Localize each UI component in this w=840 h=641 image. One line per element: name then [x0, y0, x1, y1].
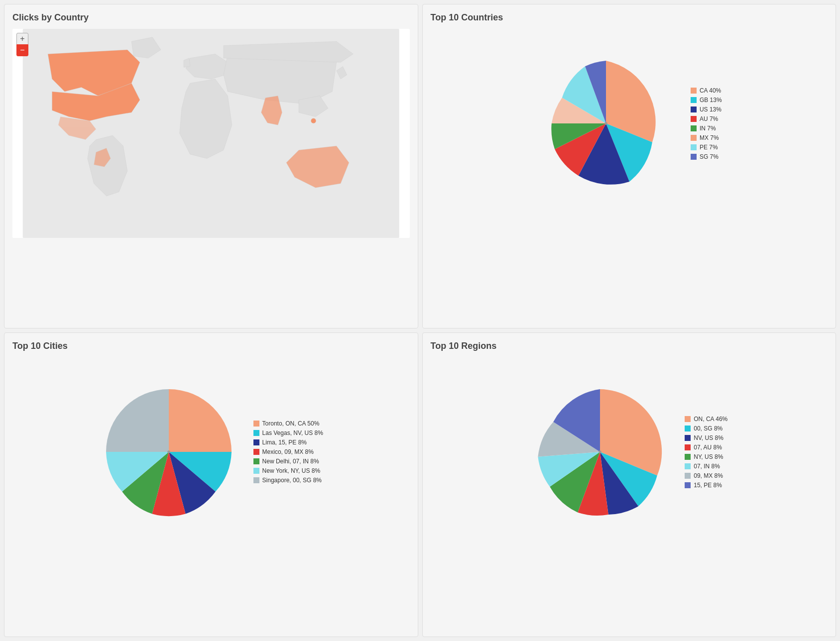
legend-label: 07, IN 8%	[694, 463, 720, 470]
legend-item: Las Vegas, NV, US 8%	[253, 429, 323, 436]
legend-label: Las Vegas, NV, US 8%	[262, 429, 323, 436]
map-zoom-controls: + −	[16, 33, 28, 56]
legend-item: 00, SG 8%	[685, 425, 727, 432]
legend-label: CA 40%	[700, 87, 721, 94]
legend-label: IN 7%	[700, 125, 716, 132]
dashboard-grid: Clicks by Country + −	[0, 0, 840, 641]
legend-item: ON, CA 46%	[685, 416, 727, 423]
legend-swatch	[691, 154, 697, 160]
legend-label: AU 7%	[700, 115, 718, 122]
legend-item: 07, IN 8%	[685, 463, 727, 470]
top10-regions-panel: Top 10 Regions	[422, 332, 837, 637]
legend-item: AU 7%	[691, 115, 722, 122]
legend-swatch	[685, 463, 691, 469]
legend-label: GB 13%	[700, 97, 722, 104]
top10-countries-pie-svg	[536, 54, 676, 193]
legend-label: Mexico, 09, MX 8%	[262, 448, 314, 455]
legend-label: Lima, 15, PE 8%	[262, 439, 307, 446]
top10-countries-panel: Top 10 Countries	[422, 4, 837, 328]
clicks-by-country-title: Clicks by Country	[12, 12, 410, 23]
legend-swatch	[685, 435, 691, 441]
legend-label: ON, CA 46%	[694, 416, 727, 423]
legend-swatch	[253, 421, 259, 427]
map-container: + −	[12, 29, 410, 238]
svg-point-2	[311, 118, 316, 123]
legend-item: CA 40%	[691, 87, 722, 94]
legend-item: IN 7%	[691, 125, 722, 132]
legend-swatch	[685, 454, 691, 460]
legend-item: NY, US 8%	[685, 453, 727, 460]
legend-swatch	[253, 430, 259, 436]
top10-countries-pie	[536, 54, 676, 193]
clicks-by-country-panel: Clicks by Country + −	[4, 4, 418, 328]
legend-swatch	[691, 116, 697, 122]
legend-label: 09, MX 8%	[694, 472, 723, 479]
legend-item: GB 13%	[691, 97, 722, 104]
legend-item: US 13%	[691, 106, 722, 113]
legend-label: Toronto, ON, CA 50%	[262, 420, 320, 427]
legend-item: Lima, 15, PE 8%	[253, 439, 323, 446]
legend-swatch	[253, 468, 259, 474]
legend-label: US 13%	[700, 106, 721, 113]
top10-cities-title: Top 10 Cities	[12, 341, 410, 351]
top10-regions-chart-area: ON, CA 46%00, SG 8%NV, US 8%07, AU 8%NY,…	[431, 357, 828, 546]
legend-item: 07, AU 8%	[685, 444, 727, 451]
top10-countries-chart-area: CA 40%GB 13%US 13%AU 7%IN 7%MX 7%PE 7%SG…	[431, 29, 828, 218]
svg-point-3	[604, 122, 607, 125]
legend-swatch	[691, 125, 697, 131]
top10-regions-legend: ON, CA 46%00, SG 8%NV, US 8%07, AU 8%NY,…	[685, 416, 727, 489]
top10-regions-title: Top 10 Regions	[431, 341, 828, 351]
legend-item: 09, MX 8%	[685, 472, 727, 479]
legend-swatch	[253, 458, 259, 464]
svg-point-5	[599, 450, 601, 453]
legend-item: MX 7%	[691, 134, 722, 141]
legend-swatch	[691, 88, 697, 94]
world-map-svg	[12, 29, 410, 238]
legend-item: Mexico, 09, MX 8%	[253, 448, 323, 455]
legend-item: New Delhi, 07, IN 8%	[253, 458, 323, 465]
top10-regions-pie	[530, 382, 670, 522]
legend-label: 07, AU 8%	[694, 444, 722, 451]
legend-label: 15, PE 8%	[694, 482, 722, 489]
top10-cities-pie-svg	[99, 382, 239, 522]
legend-swatch	[253, 439, 259, 445]
legend-label: SG 7%	[700, 153, 719, 160]
legend-item: SG 7%	[691, 153, 722, 160]
legend-item: 15, PE 8%	[685, 482, 727, 489]
legend-label: 00, SG 8%	[694, 425, 722, 432]
legend-swatch	[253, 449, 259, 455]
legend-swatch	[691, 144, 697, 150]
top10-cities-chart-area: Toronto, ON, CA 50%Las Vegas, NV, US 8%L…	[12, 357, 410, 546]
legend-swatch	[685, 473, 691, 479]
legend-swatch	[691, 97, 697, 103]
legend-swatch	[691, 107, 697, 112]
legend-label: New Delhi, 07, IN 8%	[262, 458, 319, 465]
zoom-in-button[interactable]: +	[16, 33, 28, 45]
legend-swatch	[253, 477, 259, 483]
svg-point-4	[167, 450, 170, 453]
legend-item: PE 7%	[691, 144, 722, 151]
legend-swatch	[691, 135, 697, 141]
legend-label: NY, US 8%	[694, 453, 723, 460]
legend-item: Toronto, ON, CA 50%	[253, 420, 323, 427]
legend-swatch	[685, 426, 691, 431]
top10-countries-title: Top 10 Countries	[431, 12, 828, 23]
top10-regions-pie-svg	[530, 382, 670, 522]
legend-swatch	[685, 444, 691, 450]
zoom-out-button[interactable]: −	[16, 44, 28, 56]
top10-cities-panel: Top 10 Cities	[4, 332, 418, 637]
legend-label: New York, NY, US 8%	[262, 467, 321, 474]
top10-countries-legend: CA 40%GB 13%US 13%AU 7%IN 7%MX 7%PE 7%SG…	[691, 87, 722, 160]
legend-item: New York, NY, US 8%	[253, 467, 323, 474]
legend-label: MX 7%	[700, 134, 719, 141]
legend-label: PE 7%	[700, 144, 718, 151]
top10-cities-legend: Toronto, ON, CA 50%Las Vegas, NV, US 8%L…	[253, 420, 323, 484]
top10-cities-pie	[99, 382, 239, 522]
legend-item: Singapore, 00, SG 8%	[253, 477, 323, 484]
legend-label: NV, US 8%	[694, 434, 723, 441]
legend-swatch	[685, 482, 691, 488]
legend-label: Singapore, 00, SG 8%	[262, 477, 322, 484]
legend-swatch	[685, 416, 691, 422]
legend-item: NV, US 8%	[685, 434, 727, 441]
